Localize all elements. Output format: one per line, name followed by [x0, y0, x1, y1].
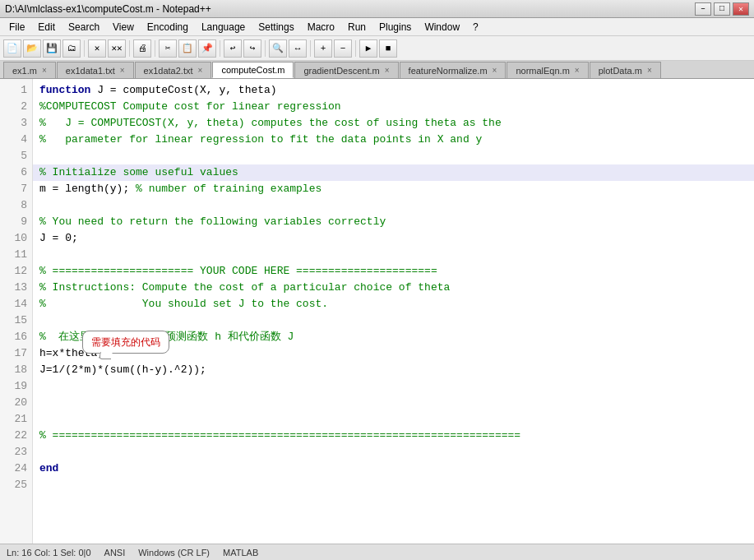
redo-button[interactable]: ↪: [243, 39, 261, 58]
line-num-5: 5: [0, 148, 32, 164]
line-num-25: 25: [0, 477, 32, 493]
tab-featureNormalize-m[interactable]: featureNormalize.m×: [400, 62, 507, 78]
tab-close-icon[interactable]: ×: [198, 66, 203, 75]
close-all-button[interactable]: ✕✕: [108, 39, 126, 58]
code-line-2: %COMPUTECOST Compute cost for linear reg…: [33, 99, 754, 115]
code-text-9: % You need to return the following varia…: [39, 215, 386, 228]
code-text-10: J = 0;: [39, 232, 78, 244]
paste-button[interactable]: 📌: [198, 39, 216, 58]
menu-item-view[interactable]: View: [107, 20, 140, 35]
line-numbers: 1234567891011121314151617181920212223242…: [0, 79, 33, 544]
line-num-24: 24: [0, 460, 32, 477]
code-line-14: % You should set J to the cost.: [33, 296, 754, 312]
tab-close-icon[interactable]: ×: [575, 66, 580, 75]
tab-close-icon[interactable]: ×: [385, 66, 390, 75]
stop-button[interactable]: ■: [379, 39, 397, 58]
separator-5: [265, 40, 266, 57]
line-num-6: 6: [0, 164, 32, 181]
code-line-22: % ======================================…: [33, 428, 754, 444]
new-button[interactable]: 📄: [3, 39, 21, 58]
cut-button[interactable]: ✂: [159, 39, 177, 58]
line-num-8: 8: [0, 197, 32, 214]
code-line-20: [33, 395, 754, 411]
zoom-out-button[interactable]: −: [334, 39, 352, 58]
tab-gradientDescent-m[interactable]: gradientDescent.m×: [294, 62, 398, 78]
close-button-tb[interactable]: ✕: [88, 39, 106, 58]
menu-item-file[interactable]: File: [3, 20, 30, 35]
tab-plotData-m[interactable]: plotData.m×: [590, 62, 661, 78]
open-button[interactable]: 📂: [23, 39, 41, 58]
tab-close-icon[interactable]: ×: [493, 66, 497, 75]
line-num-7: 7: [0, 181, 32, 197]
menu-item-plugins[interactable]: Plugins: [373, 20, 417, 35]
menu-item-encoding[interactable]: Encoding: [141, 20, 194, 35]
menu-item-search[interactable]: Search: [62, 20, 105, 35]
tab-close-icon[interactable]: ×: [120, 66, 125, 75]
line-num-16: 16: [0, 329, 32, 345]
replace-button[interactable]: ↔: [289, 39, 307, 58]
code-line-10: J = 0;: [33, 230, 754, 247]
copy-button[interactable]: 📋: [178, 39, 197, 58]
code-line-19: [33, 378, 754, 395]
code-cm-7: % number of training examples: [136, 183, 321, 195]
separator-2: [129, 40, 130, 57]
code-line-21: [33, 411, 754, 428]
menu-item-settings[interactable]: Settings: [252, 20, 299, 35]
print-button[interactable]: 🖨: [133, 39, 151, 58]
menu-item-macro[interactable]: Macro: [302, 20, 340, 35]
code-line-12: % ====================== YOUR CODE HERE …: [33, 263, 754, 280]
code-line-15: [33, 312, 754, 329]
minimize-button[interactable]: –: [695, 2, 711, 16]
line-num-2: 2: [0, 99, 32, 115]
status-lang: MATLAB: [223, 548, 258, 558]
close-button[interactable]: ✕: [733, 2, 749, 16]
tab-ex1-m[interactable]: ex1.m×: [3, 62, 56, 78]
tab-ex1data2-txt[interactable]: ex1data2.txt×: [135, 62, 212, 78]
menu-item-?[interactable]: ?: [467, 20, 484, 35]
zoom-in-button[interactable]: +: [314, 39, 332, 58]
line-num-15: 15: [0, 312, 32, 329]
line-num-20: 20: [0, 395, 32, 411]
code-kw-1: function: [39, 84, 90, 96]
tab-normalEqn-m[interactable]: normalEqn.m×: [507, 62, 588, 78]
tab-bar: ex1.m×ex1data1.txt×ex1data2.txt×computeC…: [0, 61, 754, 79]
code-line-4: % parameter for linear regression to fit…: [33, 132, 754, 148]
code-line-16: 需要填充的代码% 在这里填写代码，计算预测函数 h 和代价函数 J: [33, 329, 754, 345]
menu-item-run[interactable]: Run: [342, 20, 372, 35]
code-line-18: J=1/(2*m)*(sum((h-y).^2));: [33, 362, 754, 378]
save-all-button[interactable]: 🗂: [62, 39, 81, 58]
line-num-11: 11: [0, 247, 32, 263]
line-num-3: 3: [0, 115, 32, 132]
menu-item-language[interactable]: Language: [196, 20, 251, 35]
code-text-2: %COMPUTECOST Compute cost for linear reg…: [39, 100, 341, 113]
code-line-3: % J = COMPUTECOST(X, y, theta) computes …: [33, 115, 754, 132]
separator-6: [310, 40, 311, 57]
run-button[interactable]: ▶: [359, 39, 377, 58]
maximize-button[interactable]: □: [714, 2, 730, 16]
code-line-24: end: [33, 460, 754, 477]
code-area[interactable]: function J = computeCost(X, y, theta)%CO…: [33, 79, 754, 544]
code-line-13: % Instructions: Compute the cost of a pa…: [33, 280, 754, 296]
code-text-4: % parameter for linear regression to fit…: [39, 133, 482, 146]
undo-button[interactable]: ↩: [224, 39, 242, 58]
menu-item-edit[interactable]: Edit: [32, 20, 61, 35]
code-text-6: % Initialize some useful values: [39, 166, 238, 178]
tab-close-icon[interactable]: ×: [42, 66, 47, 75]
code-text-12: % ====================== YOUR CODE HERE …: [39, 265, 437, 277]
line-num-12: 12: [0, 263, 32, 280]
line-num-18: 18: [0, 362, 32, 378]
code-line-8: [33, 197, 754, 214]
menu-item-window[interactable]: Window: [419, 20, 465, 35]
find-button[interactable]: 🔍: [269, 39, 287, 58]
status-encoding: ANSI: [104, 548, 126, 558]
code-text-24: end: [39, 462, 58, 474]
tab-close-icon[interactable]: ×: [647, 66, 652, 75]
status-bar: Ln: 16 Col: 1 Sel: 0|0 ANSI Windows (CR …: [0, 544, 754, 560]
tab-ex1data1-txt[interactable]: ex1data1.txt×: [57, 62, 134, 78]
line-num-17: 17: [0, 345, 32, 362]
code-text-3: % J = COMPUTECOST(X, y, theta) computes …: [39, 117, 502, 129]
line-num-9: 9: [0, 214, 32, 230]
code-text-22: % ======================================…: [39, 429, 520, 442]
tab-computeCost-m[interactable]: computeCost.m: [212, 62, 294, 78]
save-button[interactable]: 💾: [43, 39, 61, 58]
